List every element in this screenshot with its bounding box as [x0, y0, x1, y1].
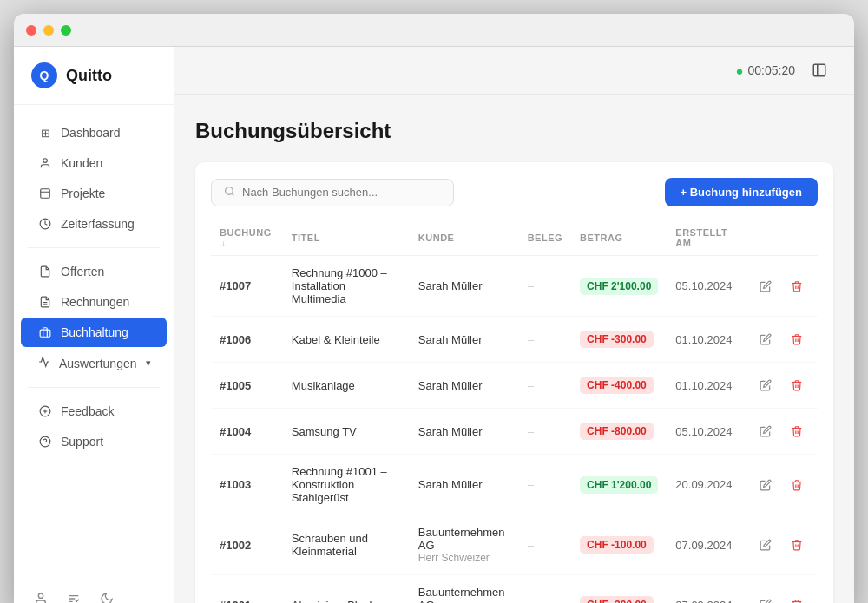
cell-actions: [745, 455, 818, 515]
sidebar-item-label: Dashboard: [61, 126, 121, 140]
cell-titel: Musikanlage: [283, 363, 410, 409]
maximize-btn[interactable]: [61, 25, 71, 36]
sidebar-item-zeiterfassung[interactable]: Zeiterfassung: [21, 209, 167, 239]
edit-button[interactable]: [753, 327, 778, 351]
table-row: #1005 Musikanlage Sarah Müller – CHF -40…: [211, 363, 818, 409]
cell-titel: Rechnung #1000 – Installation Multimedia: [283, 256, 410, 317]
sidebar-item-dashboard[interactable]: ⊞ Dashboard: [21, 118, 167, 147]
sidebar-item-label: Offerten: [61, 265, 104, 279]
cell-datum: 07.09.2024: [667, 575, 745, 604]
col-actions: [745, 220, 818, 256]
svg-rect-11: [813, 64, 825, 76]
export-button[interactable]: [806, 56, 833, 84]
cell-kunde: Sarah Müller: [410, 363, 519, 409]
bookings-table: BUCHUNG ↓ TITEL KUNDE BELEG BETRAG ERSTE…: [211, 220, 818, 603]
col-buchung: BUCHUNG ↓: [211, 220, 283, 256]
timer: ● 00:05:20: [735, 63, 795, 78]
close-btn[interactable]: [26, 25, 36, 36]
cell-datum: 05.10.2024: [667, 409, 745, 455]
delete-button[interactable]: [785, 327, 809, 351]
language-icon[interactable]: [64, 589, 83, 603]
app-window: Q Quitto ⊞ Dashboard Kunden: [14, 14, 854, 603]
cell-betrag: CHF -100.00: [571, 515, 667, 575]
zeit-icon: [38, 217, 52, 231]
sidebar-item-projekte[interactable]: Projekte: [21, 179, 167, 208]
auswertungen-icon: [38, 356, 50, 370]
support-icon: [38, 435, 52, 449]
delete-button[interactable]: [785, 473, 809, 497]
offerten-icon: [38, 265, 52, 279]
delete-button[interactable]: [785, 373, 809, 397]
sidebar-logo: Q Quitto: [14, 47, 174, 105]
cell-betrag: CHF -300.00: [571, 575, 667, 604]
minimize-btn[interactable]: [43, 25, 54, 36]
search-input[interactable]: [242, 186, 441, 199]
sidebar-footer: [14, 580, 174, 603]
cell-actions: [745, 575, 818, 604]
cell-betrag: CHF 2'100.00: [571, 256, 667, 317]
cell-beleg: –: [519, 455, 571, 515]
svg-rect-1: [41, 189, 50, 199]
sort-icon[interactable]: ↓: [221, 239, 227, 248]
edit-button[interactable]: [753, 473, 778, 497]
edit-button[interactable]: [753, 593, 778, 603]
svg-point-13: [226, 187, 233, 194]
edit-button[interactable]: [753, 274, 778, 298]
cell-buchung: #1002: [211, 515, 283, 575]
cell-kunde: Sarah Müller: [410, 409, 519, 455]
edit-button[interactable]: [753, 419, 778, 443]
cell-betrag: CHF 1'200.00: [571, 455, 667, 515]
main-content: Buchungsübersicht + Buchung hinzufügen: [174, 95, 854, 603]
sidebar-item-kunden[interactable]: Kunden: [21, 148, 167, 178]
sidebar-item-label: Auswertungen: [59, 357, 137, 370]
edit-button[interactable]: [753, 373, 778, 397]
user-icon[interactable]: [31, 589, 50, 603]
delete-button[interactable]: [785, 419, 809, 443]
delete-button[interactable]: [785, 274, 809, 298]
cell-beleg: –: [519, 575, 571, 604]
sidebar-item-buchhaltung[interactable]: Buchhaltung: [21, 318, 167, 347]
sidebar-item-rechnungen[interactable]: Rechnungen: [21, 287, 167, 317]
sidebar-item-offerten[interactable]: Offerten: [21, 257, 167, 286]
cell-actions: [745, 256, 818, 317]
cell-titel: Samsung TV: [283, 409, 410, 455]
sidebar-item-support[interactable]: Support: [21, 427, 167, 456]
cell-titel: Rechnung #1001 – Konstruktion Stahlgerüs…: [283, 455, 410, 515]
table-row: #1002 Schrauben und Kleinmaterial Bauunt…: [211, 515, 818, 575]
svg-point-10: [38, 593, 43, 598]
cell-betrag: CHF -400.00: [571, 363, 667, 409]
logo-text: Quitto: [66, 67, 112, 85]
cell-beleg: –: [519, 409, 571, 455]
content-card: + Buchung hinzufügen BUCHUNG ↓ TITEL KUN…: [195, 162, 833, 603]
search-box[interactable]: [211, 179, 454, 206]
svg-point-0: [43, 159, 48, 163]
dark-mode-icon[interactable]: [97, 589, 116, 603]
rechnungen-icon: [38, 295, 52, 309]
delete-button[interactable]: [785, 533, 809, 557]
sidebar-nav: ⊞ Dashboard Kunden Projekte: [14, 105, 174, 580]
svg-rect-6: [40, 330, 50, 337]
search-icon: [224, 186, 235, 200]
buchhaltung-icon: [38, 325, 52, 339]
col-kunde: KUNDE: [410, 220, 519, 256]
table-row: #1001 Aluminium Bleche Bauunternehmen AG…: [211, 575, 818, 604]
table-row: #1007 Rechnung #1000 – Installation Mult…: [211, 256, 818, 317]
kunden-icon: [38, 156, 52, 170]
sidebar-item-auswertungen[interactable]: Auswertungen ▾: [21, 348, 167, 378]
cell-actions: [745, 409, 818, 455]
sidebar-item-feedback[interactable]: Feedback: [21, 397, 167, 426]
chevron-down-icon: ▾: [146, 357, 151, 369]
table-row: #1003 Rechnung #1001 – Konstruktion Stah…: [211, 455, 818, 515]
table-row: #1006 Kabel & Kleinteile Sarah Müller – …: [211, 317, 818, 363]
cell-buchung: #1007: [211, 256, 283, 317]
add-booking-button[interactable]: + Buchung hinzufügen: [665, 178, 818, 206]
edit-button[interactable]: [753, 533, 778, 557]
delete-button[interactable]: [785, 593, 809, 603]
titlebar: [14, 14, 854, 47]
cell-kunde: Sarah Müller: [410, 317, 519, 363]
cell-kunde: Bauunternehmen AG Herr Schweizer: [410, 515, 519, 575]
cell-beleg: –: [519, 363, 571, 409]
col-beleg: BELEG: [519, 220, 571, 256]
cell-kunde: Sarah Müller: [410, 455, 519, 515]
col-erstellt: ERSTELLT AM: [667, 220, 745, 256]
